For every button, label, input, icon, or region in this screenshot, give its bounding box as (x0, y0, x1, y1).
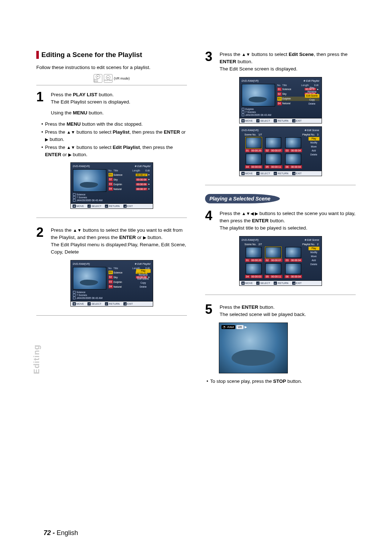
osd-edit-playlist-menu: DVD-RAM(VR)❖ Edit Playlist Science 7 Sce… (70, 260, 153, 307)
bullet: To stop scene play, press the STOP butto… (207, 378, 356, 385)
step-3-number: 3 (205, 51, 217, 73)
step-4: 4 Press the ▲▼◀ ▶ buttons to select the … (205, 210, 356, 232)
divider (36, 315, 187, 316)
step-1-body: Press the PLAY LIST button. The Edit Pla… (51, 91, 187, 117)
step-5-number: 5 (205, 304, 217, 318)
menu-move[interactable]: Move (309, 145, 319, 149)
arrows-icon: ▲▼◀ ▶ (242, 211, 258, 217)
scene-cell[interactable]: 0600:00:04 (284, 154, 303, 169)
menu-add[interactable]: Add (309, 149, 319, 153)
menu-add[interactable]: Add (309, 259, 319, 262)
disc-ram-icon: DVD-RAM (94, 74, 102, 83)
play-icon: ▶ (45, 136, 48, 143)
scene-cell[interactable]: 0500:00:11 (264, 263, 283, 278)
bullet: Press the ▲▼ buttons to select Playlist,… (41, 129, 187, 143)
step-3: 3 Press the ▲▼ buttons to select Edit Sc… (205, 51, 356, 73)
scene-cell[interactable]: 0100:00:26 (245, 247, 263, 262)
scene-cell[interactable]: 0300:00:04 (284, 247, 303, 262)
scene-cell[interactable]: 0400:00:03 (245, 263, 263, 278)
menu-play[interactable]: Play (305, 86, 319, 90)
page-footer: 72 - English (44, 529, 78, 537)
intro-text: Follow these instructions to edit scenes… (36, 64, 187, 71)
step-3-body: Press the ▲▼ buttons to select Edit Scen… (220, 51, 356, 73)
scene-cell[interactable]: 0100:00:26 (245, 137, 263, 152)
step-5-body: Press the ENTER button. The selected sce… (220, 304, 356, 318)
menu-delete[interactable]: Delete (309, 263, 319, 266)
menu-play[interactable]: Play (136, 269, 151, 273)
updown-icon: ▲▼ (242, 52, 250, 58)
side-tab-label: Editing (32, 344, 41, 374)
osd-thumb (73, 169, 106, 192)
title-icon (73, 193, 75, 196)
playback-overlay: ◔-RAM VR ▶ (221, 325, 247, 329)
osd-side-menu: Play Rename Edit Scene Copy Delete (136, 269, 151, 289)
menu-delete[interactable]: Delete (309, 153, 319, 157)
menu-move[interactable]: Move (309, 255, 319, 258)
menu-copy[interactable]: Copy (305, 98, 319, 102)
scene-cell[interactable]: 0600:00:04 (284, 263, 303, 278)
scene-cell[interactable]: 0400:00:03 (245, 154, 263, 169)
osd-edit-playlist: DVD-RAM(VR)❖ Edit Playlist Science 7 Sce… (70, 162, 153, 209)
disc-icon: ◔ (223, 325, 225, 329)
osd-list: No.TitleLengthEdit 01Science00:00:17▸ 02… (109, 169, 151, 202)
section-heading: Editing a Scene for the Playlist (36, 51, 187, 59)
menu-editscene[interactable]: Edit Scene (136, 277, 151, 281)
list-item[interactable]: 03Dolphin00:00:06▸ (109, 182, 151, 186)
list-item[interactable]: 04Natural00:00:37▸ (109, 187, 151, 191)
exit-key-icon: ⇥ (123, 204, 127, 208)
menu-play[interactable]: Play (309, 137, 319, 141)
scene-cell[interactable]: 0500:00:11 (264, 154, 283, 169)
menu-delete[interactable]: Delete (136, 285, 151, 289)
osd-thumb (73, 267, 106, 289)
play-icon: ▶ (68, 151, 72, 158)
osd-edit-scene-b: DVD-RAM(VR)❖ Edit Scene Scene No. 2/7 Pl… (239, 236, 322, 286)
subsection-heading: Playing a Selected Scene (205, 194, 356, 203)
step-4-number: 4 (205, 210, 217, 232)
subsection-title: Playing a Selected Scene (205, 194, 280, 203)
menu-play[interactable]: Play (309, 247, 319, 250)
osd-edit-scene-a: DVD-RAM(VR)❖ Edit Scene Scene No. 1/7 Pl… (239, 126, 322, 176)
scene-cell[interactable]: 0300:00:04 (284, 137, 303, 152)
menu-modify[interactable]: Modify (309, 141, 319, 145)
step-5: 5 Press the ENTER button. The selected s… (205, 304, 356, 318)
menu-delete[interactable]: Delete (305, 102, 319, 106)
disc-rw-icon: DVD-RW (104, 74, 113, 83)
list-item[interactable]: 01Science00:00:17▸ (109, 173, 151, 177)
bullet: Press the MENU button with the disc stop… (41, 121, 187, 128)
scene-grid: 0100:00:26 0200:00:07 0300:00:04 0400:00… (242, 137, 319, 169)
clock-icon (73, 199, 75, 202)
select-key-icon: ⏎ (87, 204, 91, 208)
step-2-number: 2 (36, 227, 48, 256)
page: Editing a Scene for the Playlist Follow … (0, 0, 392, 404)
menu-rename[interactable]: Rename (136, 273, 151, 277)
scene-cell[interactable]: 0200:00:07 (264, 247, 283, 262)
scenes-icon (73, 196, 75, 199)
divider (36, 218, 187, 218)
playback-screenshot: ◔-RAM VR ▶ (219, 323, 288, 373)
osd-edit-playlist-editscene: DVD-RAM(VR)❖ Edit Playlist Dolphin 7 Sce… (239, 77, 322, 123)
menu-editscene[interactable]: Edit Scene (305, 94, 319, 98)
bullet: Press the ▲▼ buttons to select Edit Play… (41, 144, 187, 158)
step-4-body: Press the ▲▼◀ ▶ buttons to select the sc… (220, 210, 356, 232)
disc-row: DVD-RAM DVD-RW (VR mode) (36, 74, 187, 83)
menu-modify[interactable]: Modify (309, 251, 319, 254)
osd-navbar: ✥MOVE ⏎SELECT ↩RETURN ⇥EXIT (70, 204, 153, 209)
side-tab: Editing (29, 316, 38, 381)
osd-mode-label: DVD-RAM(VR) (73, 165, 90, 168)
step-2: 2 Press the ▲▼ buttons to select the tit… (36, 227, 187, 256)
step-1-number: 1 (36, 91, 48, 117)
menu-copy[interactable]: Copy (136, 281, 151, 285)
list-item[interactable]: 02Sky00:00:06▸ (109, 177, 151, 182)
scene-cell[interactable]: 0200:00:07 (264, 137, 283, 152)
stop-note: To stop scene play, press the STOP butto… (207, 378, 356, 385)
section-title: Editing a Scene for the Playlist (41, 51, 142, 59)
page-number: 72 - (44, 529, 55, 536)
osd-info: Science 7 Scenes JAN/20/2005 06:43 AM (73, 193, 106, 202)
step-2-body: Press the ▲▼ buttons to select the title… (51, 227, 187, 256)
play-icon: ▶ (143, 235, 146, 241)
updown-icon: ▲▼ (73, 227, 82, 234)
updown-icon: ▲▼ (66, 129, 75, 135)
menu-rename[interactable]: Rename (305, 90, 319, 94)
divider (205, 185, 356, 185)
play-icon: ▶ (245, 325, 247, 329)
